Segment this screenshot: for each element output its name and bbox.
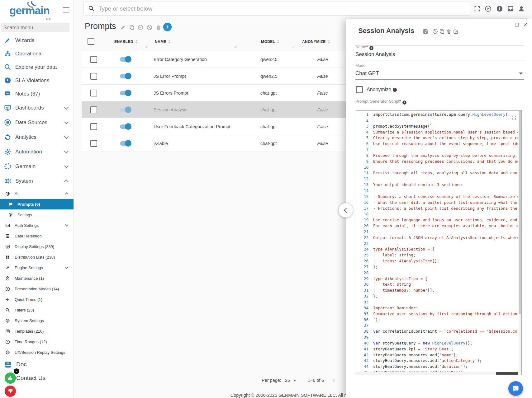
column-resize-handle[interactable]: ⁄⁄ — [292, 45, 295, 49]
previous-page-button[interactable]: ‹ — [333, 376, 335, 384]
code-line[interactable]: 5Clearly describe the user's actions ste… — [356, 135, 518, 141]
delete-prompt-button[interactable] — [156, 25, 161, 30]
sidebar-item-explore-your-data[interactable]: Explore your data — [0, 60, 74, 74]
column-header-anonymize[interactable]: ANONYMIZE — [302, 40, 330, 44]
sidebar-item-filters-23[interactable]: Filters (23) — [0, 305, 74, 315]
code-line[interactable]: 19Use concise language and focus on user… — [356, 217, 518, 223]
disable-button[interactable] — [432, 29, 438, 34]
code-line[interactable]: 17- Frictions: a bullet point list descr… — [356, 206, 518, 212]
sidebar-item-time-ranges-12[interactable]: Time Ranges (12) — [0, 336, 74, 347]
sidebar-item-ux-session-replay-settings[interactable]: UX/Session Replay Settings — [0, 347, 74, 358]
enabled-toggle[interactable] — [120, 91, 131, 95]
code-line[interactable]: 6Use logical reasoning about the event s… — [356, 141, 518, 147]
editor-vertical-scrollbar[interactable] — [519, 111, 521, 371]
code-line[interactable]: 44storyBeatQuery.measures.add('duration'… — [356, 364, 518, 370]
code-line[interactable]: 29type AiAnalysisItem = { — [356, 276, 518, 282]
sidebar-item-quiet-times-1[interactable]: Quiet Times (1) — [0, 294, 74, 305]
user-icon[interactable] — [518, 5, 525, 12]
sidebar-item-prompts-6[interactable]: Prompts (6) — [0, 199, 74, 209]
sidebar-item-dashboards[interactable]: Dashboards — [0, 101, 74, 115]
column-header-enabled[interactable]: ENABLED — [114, 40, 138, 44]
table-row-user-feedback-categorization-prompt[interactable]: User Feedback Categorization Promptchat-… — [82, 118, 346, 135]
code-line[interactable]: 25│ label: string; — [356, 252, 518, 258]
column-header-model[interactable]: MODEL — [261, 40, 279, 44]
editor-horizontal-scrollbar[interactable] — [356, 372, 518, 375]
code-line[interactable]: 27}; — [356, 264, 518, 270]
code-line[interactable]: 1importClass(com.germainsoftware.apm.que… — [356, 112, 518, 118]
code-line[interactable]: 14 — [356, 188, 518, 194]
code-line[interactable]: 30│ text: string; — [356, 282, 518, 288]
per-page-caret-icon[interactable] — [293, 380, 296, 382]
name-field[interactable] — [355, 51, 524, 60]
row-checkbox[interactable] — [90, 56, 97, 63]
editor-fullscreen-icon[interactable] — [511, 115, 516, 120]
code-line[interactable]: 33 — [356, 299, 518, 305]
code-line[interactable]: 21 — [356, 229, 518, 235]
fullscreen-icon[interactable] — [474, 5, 481, 12]
duplicate-button[interactable] — [439, 29, 445, 34]
code-line[interactable]: 35Summarize user sessions by first reaso… — [356, 311, 518, 317]
sidebar-item-wizards[interactable]: Wizards — [0, 34, 74, 47]
collapse-panel-button[interactable] — [339, 203, 353, 218]
hamburger-menu-icon[interactable] — [63, 7, 69, 12]
code-line[interactable]: 24type AiAnalysisSection = { — [356, 246, 518, 252]
code-line[interactable]: 4Summarize a ${session.application.name}… — [356, 129, 518, 135]
code-line[interactable]: 42storyBeatQuery.measures.add('name'); — [356, 352, 518, 358]
sidebar-item-system-settings[interactable]: System Settings — [0, 315, 74, 326]
enabled-toggle[interactable] — [120, 74, 131, 78]
save-button[interactable] — [423, 29, 428, 34]
row-checkbox[interactable] — [90, 106, 97, 113]
enabled-toggle[interactable] — [120, 57, 131, 62]
sidebar-item-doc[interactable]: Doc — [0, 358, 74, 371]
code-line[interactable]: 23 — [356, 241, 518, 247]
code-line[interactable]: 37 — [356, 323, 518, 329]
code-line[interactable]: 2 — [356, 118, 518, 124]
row-checkbox[interactable] — [90, 123, 97, 130]
info-icon[interactable]: i — [402, 101, 406, 105]
row-checkbox[interactable] — [90, 90, 97, 96]
delete-button[interactable] — [446, 29, 452, 34]
per-page-select[interactable]: 25 — [285, 378, 290, 383]
code-line[interactable]: 36`); — [356, 317, 518, 323]
sidebar-item-sla-violations[interactable]: SLA Violations — [0, 74, 74, 87]
code-line[interactable]: 13Your output should contain 3 sections: — [356, 182, 518, 188]
anonymize-checkbox[interactable] — [356, 86, 363, 93]
info-icon[interactable]: i — [393, 88, 397, 92]
sidebar-item-auth-settings[interactable]: Auth Settings — [0, 220, 74, 231]
code-line[interactable]: 26│ items: AiAnalysisItem[]; — [356, 258, 518, 264]
sidebar-item-presentation-modes-14[interactable]: Presentation Modes (14) — [0, 283, 74, 294]
code-line[interactable]: 15- Summary: a short concise summary of … — [356, 194, 518, 200]
code-line[interactable]: 41storyBeatQuery.kpi = 'Story Beat'; — [356, 346, 518, 352]
sidebar-item-settings[interactable]: Settings — [0, 209, 74, 220]
info-icon[interactable] — [496, 5, 503, 12]
column-resize-handle[interactable]: ⁄⁄ — [145, 45, 148, 49]
code-line[interactable]: 9Ensure that reasoning precedes conclusi… — [356, 159, 518, 165]
code-line[interactable]: 38var correlationIdConstraint = `correla… — [356, 329, 518, 335]
table-row-js-errors-prompt[interactable]: JS Errors Promptchat-gptFalse — [82, 85, 346, 101]
sidebar-item-system[interactable]: System — [0, 174, 74, 188]
code-line[interactable]: 28 — [356, 270, 518, 276]
enabled-toggle[interactable] — [120, 124, 131, 129]
select-all-checkbox[interactable] — [88, 38, 94, 45]
expand-panel-icon[interactable] — [515, 22, 519, 27]
code-line[interactable]: 3prompt.addSystemMessage(` — [356, 124, 518, 129]
row-checkbox[interactable] — [90, 140, 97, 147]
info-icon[interactable]: i — [369, 46, 373, 50]
sidebar-item-ai[interactable]: AI — [0, 188, 74, 199]
code-line[interactable]: 20For each point, if there are examples … — [356, 223, 518, 229]
table-row-error-category-generation[interactable]: Error Category Generationqwen2.5False — [82, 51, 346, 68]
duplicate-prompt-button[interactable] — [129, 25, 135, 30]
script-code-editor[interactable]: 1importClass(com.germainsoftware.apm.que… — [356, 110, 522, 375]
code-area[interactable]: 1importClass(com.germainsoftware.apm.que… — [356, 112, 518, 372]
enabled-toggle[interactable] — [120, 108, 131, 112]
global-search-input[interactable] — [98, 2, 442, 15]
code-line[interactable]: 8Proceed through the analysis step-by-st… — [356, 153, 518, 159]
play-icon[interactable] — [485, 5, 492, 12]
sidebar-item-display-settings-339[interactable]: Display Settings (339) — [0, 241, 74, 252]
code-line[interactable]: 39 — [356, 335, 518, 340]
sidebar-item-maintenance-1[interactable]: Maintenance (1) — [0, 273, 74, 283]
code-line[interactable]: 40var storyBeatQuery = new HighLevelQuer… — [356, 340, 518, 346]
code-line[interactable]: 34Important Reminder: — [356, 305, 518, 311]
enable-prompt-button[interactable] — [138, 25, 143, 30]
sidebar-item-notes-37[interactable]: Notes (37) — [0, 87, 74, 101]
